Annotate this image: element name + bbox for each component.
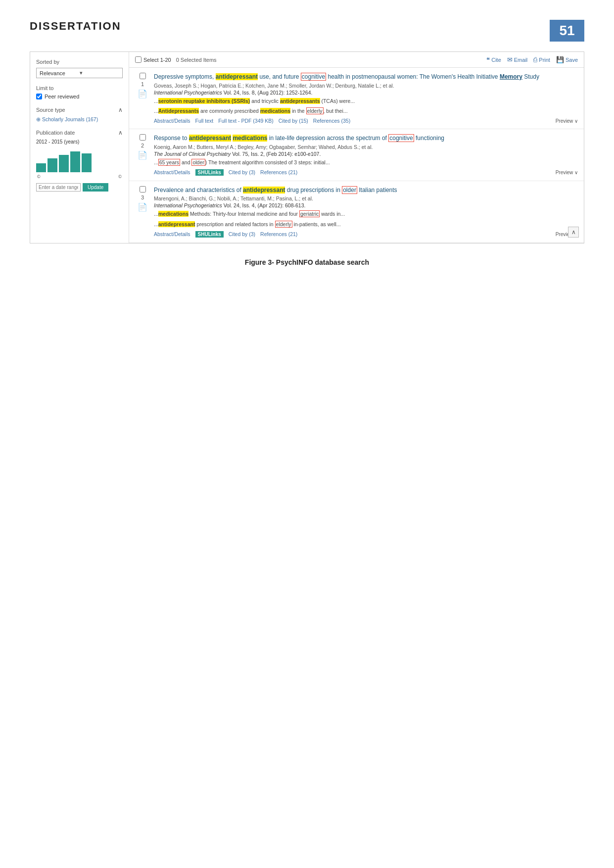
result-snippet-2a: ...65 years and older) The treatment alg…: [154, 159, 578, 166]
highlight-cognitive-1: cognitive: [301, 73, 326, 81]
figure-caption: Figure 3- PsychINFO database search: [30, 258, 584, 266]
save-label: Save: [566, 57, 578, 63]
highlight-antidep-3: antidepressant: [243, 187, 285, 193]
pub-date-section: Publication date ∧ 2012 - 2015 (years) ©…: [36, 129, 123, 192]
cited-by-link-1[interactable]: Cited by (15): [279, 118, 308, 124]
highlight-memory-1: Memory: [500, 73, 522, 80]
bar-2: [47, 158, 57, 172]
abstract-link-1[interactable]: Abstract/Details: [154, 118, 190, 124]
result-title-2[interactable]: Response to antidepressant medications i…: [154, 134, 578, 143]
select-all-checkbox[interactable]: [135, 56, 142, 63]
save-button[interactable]: 💾 Save: [556, 56, 578, 63]
result-checkbox-3[interactable]: [140, 186, 146, 193]
snippet-medications3: medications: [158, 211, 189, 217]
fulltext-link-1[interactable]: Full text: [195, 118, 214, 124]
pub-date-header[interactable]: Publication date ∧: [36, 129, 123, 136]
result-content-3: Prevalence and characteristics of antide…: [154, 186, 578, 238]
references-link-3[interactable]: References (21): [260, 231, 297, 237]
date-range-label: 2012 - 2015 (years): [36, 139, 123, 145]
result-snippet-1b: ...Antidepressants are commonly prescrib…: [154, 107, 578, 115]
source-type-section: Source type ∧ ⊕ Scholarly Journals (167): [36, 106, 123, 122]
snippet-elderly1: elderly: [306, 107, 324, 114]
date-range-input[interactable]: [36, 183, 81, 192]
toolbar-actions: ❝ Cite ✉ Email ⎙ Print 💾 Save: [486, 56, 578, 63]
scroll-top-button[interactable]: ∧: [568, 227, 579, 238]
result-journal-1: International Psychogeriatrics Vol. 24, …: [154, 90, 578, 96]
cited-by-link-3[interactable]: Cited by (3): [229, 231, 255, 237]
document-icon-2: 📄: [138, 150, 147, 160]
result-snippet-3a: ...medications Methods: Thirty-four Inte…: [154, 210, 578, 218]
references-link-2[interactable]: References (21): [260, 169, 297, 175]
result-authors-2: Koenig, Aaron M.; Butters, Meryl A.; Beg…: [154, 144, 578, 150]
shulinks-link-2[interactable]: SHULinks: [195, 169, 224, 176]
document-icon-1: 📄: [138, 89, 147, 98]
result-checkbox-2[interactable]: [140, 134, 146, 141]
snippet-ssri: serotonin reuptake inhibitors (SSRIs): [158, 98, 250, 104]
email-button[interactable]: ✉ Email: [507, 56, 528, 63]
result-item-1: 1 📄 Depressive symptoms, antidepressant …: [129, 68, 584, 129]
source-type-header[interactable]: Source type ∧: [36, 106, 123, 113]
date-range-inputs: Update: [36, 183, 123, 192]
chevron-up-icon: ∧: [118, 106, 123, 113]
journal-name-2: The Journal of Clinical Psychiatry: [154, 151, 231, 157]
source-type-item[interactable]: ⊕ Scholarly Journals (167): [36, 116, 123, 122]
peer-reviewed-checkbox[interactable]: [36, 94, 42, 99]
date-bar-chart: [36, 147, 123, 172]
result-item-3: 3 📄 Prevalence and characteristics of an…: [129, 181, 584, 243]
result-journal-2: The Journal of Clinical Psychiatry Vol. …: [154, 151, 578, 157]
abstract-link-3[interactable]: Abstract/Details: [154, 231, 190, 237]
cite-button[interactable]: ❝ Cite: [486, 56, 501, 63]
result-authors-1: Goveas, Joseph S.; Hogan, Patricia E.; K…: [154, 83, 578, 89]
print-button[interactable]: ⎙ Print: [533, 56, 550, 63]
sort-select[interactable]: Relevance ▾: [36, 68, 123, 78]
result-content-1: Depressive symptoms, antidepressant use,…: [154, 73, 578, 124]
snippet-elderly3: elderly: [275, 221, 292, 228]
snippet-medications1: medications: [260, 108, 290, 114]
chevron-up-icon-2: ∧: [118, 129, 123, 136]
snippet-geriatric: geriatric: [299, 210, 320, 217]
results-toolbar: Select 1-20 0 Selected Items ❝ Cite ✉ Em…: [129, 52, 584, 68]
snippet-antidep3: antidepressant: [158, 221, 195, 227]
references-link-1[interactable]: References (35): [313, 118, 350, 124]
main-content: Sorted by Relevance ▾ Limit to Peer revi…: [30, 51, 584, 243]
sort-value: Relevance: [40, 70, 80, 76]
update-button[interactable]: Update: [83, 183, 108, 192]
snippet-antidep1: antidepressants: [280, 98, 320, 104]
bar-3: [59, 155, 69, 172]
highlight-antidep-2a: antidepressant: [189, 135, 231, 142]
pub-date-label: Publication date: [36, 130, 75, 136]
bar-5: [82, 153, 92, 172]
select-range-label: Select 1-20: [143, 57, 171, 63]
highlight-antidepressant-1: antidepressant: [216, 73, 258, 80]
result-left-3: 3 📄: [135, 186, 150, 238]
result-title-1[interactable]: Depressive symptoms, antidepressant use,…: [154, 73, 578, 81]
snippet-65years: 65 years: [158, 159, 180, 166]
cite-label: Cite: [491, 57, 501, 63]
page-number-badge: 51: [550, 20, 584, 42]
highlight-medications-2: medications: [233, 135, 267, 142]
abstract-link-2[interactable]: Abstract/Details: [154, 169, 190, 175]
result-links-2: Abstract/Details SHULinks Cited by (3) R…: [154, 169, 578, 176]
result-checkbox-1[interactable]: [140, 73, 146, 79]
select-all[interactable]: Select 1-20: [135, 56, 171, 63]
print-icon: ⎙: [533, 56, 537, 63]
result-item-2: 2 📄 Response to antidepressant medicatio…: [129, 129, 584, 181]
shulinks-link-3[interactable]: SHULinks: [195, 231, 224, 238]
journal-name-1: International Psychogeriatrics: [154, 90, 222, 96]
document-icon-3: 📄: [138, 202, 147, 212]
result-left-2: 2 📄: [135, 134, 150, 175]
cited-by-link-2[interactable]: Cited by (3): [229, 169, 255, 175]
snippet-antidep2: Antidepressants: [158, 108, 199, 114]
result-links-1: Abstract/Details Full text Full text - P…: [154, 118, 578, 124]
email-label: Email: [514, 57, 528, 63]
result-links-3: Abstract/Details SHULinks Cited by (3) R…: [154, 231, 578, 238]
result-content-2: Response to antidepressant medications i…: [154, 134, 578, 175]
result-authors-3: Marengoni, A.; Bianchi, G.; Nobili, A.; …: [154, 195, 578, 201]
fulltext-pdf-link-1[interactable]: Full text - PDF (349 KB): [218, 118, 273, 124]
preview-link-2[interactable]: Preview ∨: [556, 170, 578, 175]
limit-section: Limit to Peer reviewed: [36, 85, 123, 99]
preview-link-1[interactable]: Preview ∨: [556, 118, 578, 124]
email-icon: ✉: [507, 56, 513, 63]
result-title-3[interactable]: Prevalence and characteristics of antide…: [154, 186, 578, 194]
highlight-cognitive-2: cognitive: [388, 134, 414, 142]
